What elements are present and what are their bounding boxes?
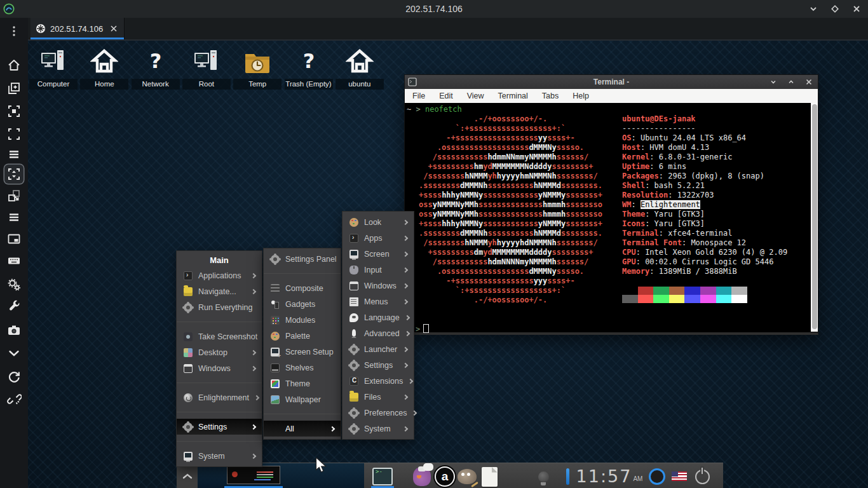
all-menu-item-menus[interactable]: Menus xyxy=(342,294,414,309)
menu-item-label: Gadgets xyxy=(285,300,315,309)
main-menu-item-take-screenshot[interactable]: Take Screenshot xyxy=(177,329,262,344)
monitor-icon xyxy=(349,250,358,259)
a-app-launcher[interactable]: a xyxy=(433,464,456,488)
desktop-icon-trash-empty-[interactable]: ?Trash (Empty) xyxy=(283,46,334,95)
desktop-icon-computer[interactable]: Computer xyxy=(28,46,79,95)
all-menu-item-extensions[interactable]: Extensions xyxy=(342,373,414,389)
desktop-icon-temp[interactable]: Temp xyxy=(232,46,283,95)
computer-icon xyxy=(28,46,79,78)
terminal-scrollbar[interactable] xyxy=(811,103,818,332)
new-connection-icon[interactable] xyxy=(4,79,24,98)
desktop-icon-network[interactable]: ?Network xyxy=(130,46,181,95)
terminal-titlebar[interactable]: Terminal - xyxy=(405,75,818,89)
settings-menu-item-composite[interactable]: Composite xyxy=(264,280,341,296)
all-menu-item-files[interactable]: Files xyxy=(342,389,414,405)
pidgin-launcher[interactable] xyxy=(410,464,433,488)
terminal-shade-chevron-down-icon[interactable] xyxy=(770,78,777,86)
all-menu-item-screen[interactable]: Screen xyxy=(342,246,414,262)
desktop-icon-root[interactable]: Root xyxy=(181,46,232,95)
main-menu-item-settings[interactable]: Settings xyxy=(177,419,262,435)
all-menu-item-settings[interactable]: Settings xyxy=(342,357,414,373)
terminal-menu-edit[interactable]: Edit xyxy=(439,92,453,100)
settings-menu-item-shelves[interactable]: Shelves xyxy=(264,360,341,376)
settings-menu-item-settings-panel[interactable]: Settings Panel xyxy=(264,251,341,267)
kebab-menu-icon[interactable] xyxy=(4,22,24,41)
main-menu-item-navigate-[interactable]: Navigate... xyxy=(177,283,262,299)
main-menu-item-system[interactable]: System xyxy=(177,448,262,464)
close-icon[interactable] xyxy=(851,4,862,14)
clock-gadget[interactable]: 11:57 AM xyxy=(573,463,646,488)
terminal-menubar: FileEditViewTerminalTabsHelp xyxy=(405,89,818,103)
keyboard-icon[interactable] xyxy=(4,251,24,270)
terminal-maximize-chevron-up-icon[interactable] xyxy=(787,78,795,86)
keyboard-layout-gadget[interactable] xyxy=(672,471,687,481)
desktop-icon-home[interactable]: Home xyxy=(79,46,130,95)
remote-desktop[interactable]: ComputerHome?NetworkRootTemp?Trash (Empt… xyxy=(28,39,868,488)
mouse-cursor xyxy=(315,458,327,473)
palette-swatch xyxy=(638,287,654,295)
fullscreen-icon[interactable] xyxy=(4,125,24,144)
all-menu-item-advanced[interactable]: Advanced xyxy=(342,325,414,341)
temperature-gadget[interactable] xyxy=(564,468,571,485)
tools-wrench-icon[interactable] xyxy=(4,297,24,316)
menu-item-label: System xyxy=(198,452,225,461)
all-menu-item-launcher[interactable]: Launcher xyxy=(342,341,414,357)
all-menu-item-preferences[interactable]: Preferences xyxy=(342,405,414,421)
settings-menu-item-modules[interactable]: Modules xyxy=(264,312,341,328)
home-icon[interactable] xyxy=(4,56,24,75)
desktop-icon-ubuntu[interactable]: ubuntu xyxy=(334,46,385,95)
palette-swatch xyxy=(731,295,747,303)
terminal-menu-terminal[interactable]: Terminal xyxy=(498,92,528,100)
tab-close-icon[interactable] xyxy=(110,25,118,32)
desktop-icon-label: Temp xyxy=(233,79,281,90)
all-menu-item-input[interactable]: Input xyxy=(342,262,414,278)
settings-menu-item-gadgets[interactable]: Gadgets xyxy=(264,296,341,312)
terminal-content[interactable]: ~ > neofetch .-/+oossssoo+/-. `:+sssssss… xyxy=(405,103,818,332)
power-gadget[interactable] xyxy=(694,468,710,485)
menu-icon[interactable] xyxy=(4,145,24,164)
terminal-scrollbar-thumb[interactable] xyxy=(812,104,817,329)
all-menu-item-apps[interactable]: Apps xyxy=(342,230,414,246)
settings-menu-item-screen-setup[interactable]: Screen Setup xyxy=(264,344,341,360)
settings-menu-item-palette[interactable]: Palette xyxy=(264,328,341,344)
settings-menu-item-wallpaper[interactable]: Wallpaper xyxy=(264,391,341,407)
terminal-menu-file[interactable]: File xyxy=(412,92,425,100)
main-menu-item-applications[interactable]: Applications xyxy=(177,268,262,283)
terminal-close-icon[interactable] xyxy=(805,78,813,86)
main-menu-item-windows[interactable]: Windows xyxy=(177,360,262,376)
chevron-down-icon[interactable] xyxy=(808,4,818,14)
picture-in-picture-icon[interactable] xyxy=(4,229,24,248)
terminal-menu-view[interactable]: View xyxy=(467,92,484,100)
all-menu-item-windows[interactable]: Windows xyxy=(342,278,414,294)
capture-region-icon[interactable] xyxy=(4,102,24,121)
resize-icon[interactable] xyxy=(4,186,24,205)
menu-alt-icon[interactable] xyxy=(4,208,24,227)
terminal-launcher[interactable] xyxy=(371,464,394,488)
disconnect-link-icon[interactable] xyxy=(4,390,24,409)
desktop-icon-label: Trash (Empty) xyxy=(285,79,333,90)
typed-command: neofetch xyxy=(425,105,462,114)
all-menu-item-system[interactable]: System xyxy=(342,421,414,437)
settings-menu-item-theme[interactable]: Theme xyxy=(264,376,341,391)
gimp-launcher[interactable] xyxy=(456,464,478,488)
all-menu-item-language[interactable]: Language xyxy=(342,309,414,325)
settings-menu-item-all[interactable]: All xyxy=(264,421,341,437)
pager-gadget[interactable] xyxy=(648,468,665,485)
all-menu-item-look[interactable]: Look xyxy=(342,214,414,230)
terminal-menu-tabs[interactable]: Tabs xyxy=(542,92,559,100)
libreoffice-launcher[interactable] xyxy=(478,464,501,488)
main-menu-item-enlightenment[interactable]: Enlightenment xyxy=(177,390,262,405)
screenshot-camera-icon[interactable] xyxy=(4,321,24,340)
connection-tab[interactable]: 202.51.74.106 xyxy=(31,18,125,39)
viewer-sidebar xyxy=(0,18,28,488)
backlight-gadget[interactable] xyxy=(536,469,550,484)
maximize-diamond-icon[interactable] xyxy=(830,4,840,14)
collapse-chevron-down-icon[interactable] xyxy=(4,344,24,363)
terminal-window[interactable]: Terminal - FileEditViewTerminalTabsHelp … xyxy=(404,74,818,335)
main-menu-item-desktop[interactable]: Desktop xyxy=(177,344,262,360)
main-menu-item-run-everything[interactable]: Run Everything xyxy=(177,299,262,315)
refresh-icon[interactable] xyxy=(4,367,24,386)
terminal-menu-help[interactable]: Help xyxy=(573,92,589,100)
preferences-gears-icon[interactable] xyxy=(4,275,24,294)
scale-fit-icon[interactable] xyxy=(4,165,24,184)
